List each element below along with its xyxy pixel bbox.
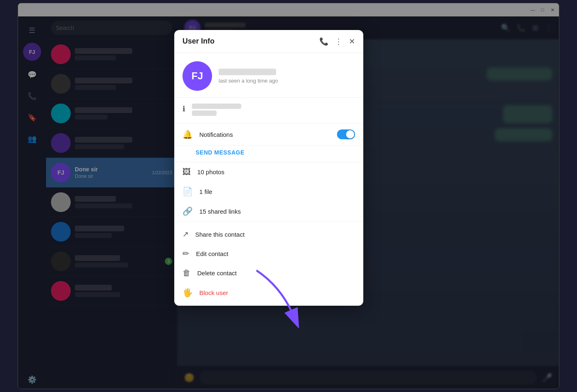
photos-label: 10 photos [197, 168, 224, 175]
links-label: 15 shared links [199, 208, 241, 215]
edit-icon: ✏ [182, 249, 189, 258]
app-window: — □ ✕ ☰ FJ 💬 📞 🔖 [18, 3, 559, 389]
notifications-toggle[interactable] [337, 129, 355, 139]
edit-contact-row[interactable]: ✏ Edit contact [174, 244, 363, 263]
delete-icon: 🗑 [182, 268, 191, 278]
info-icon: ℹ [182, 104, 185, 113]
info-row: ℹ [174, 98, 363, 124]
media-section: 🖼 10 photos 📄 1 file 🔗 15 shared links [174, 162, 363, 221]
send-message-section: SEND MESSAGE [174, 145, 363, 162]
phone-button[interactable]: 📞 [319, 37, 328, 46]
close-modal-button[interactable]: ✕ [349, 37, 355, 46]
bell-icon: 🔔 [182, 129, 193, 139]
share-contact-row[interactable]: ↗ Share this contact [174, 225, 363, 244]
files-icon: 📄 [182, 187, 193, 196]
delete-contact-row[interactable]: 🗑 Delete contact [174, 263, 363, 283]
modal-title: User Info [182, 37, 319, 46]
notifications-label: Notifications [199, 131, 330, 138]
files-row[interactable]: 📄 1 file [174, 182, 363, 201]
send-message-button[interactable]: SEND MESSAGE [196, 149, 245, 156]
user-status: last seen a long time ago [219, 78, 355, 84]
info-line-2 [192, 111, 217, 116]
actions-section: ↗ Share this contact ✏ Edit contact 🗑 De… [174, 221, 363, 306]
user-info-section: FJ last seen a long time ago [174, 53, 363, 98]
notifications-row: 🔔 Notifications [174, 124, 363, 145]
more-options-button[interactable]: ⋮ [335, 37, 342, 46]
share-contact-label: Share this contact [195, 231, 245, 238]
modal-header-actions: 📞 ⋮ ✕ [319, 37, 355, 46]
share-icon: ↗ [182, 230, 189, 239]
links-row[interactable]: 🔗 15 shared links [174, 201, 363, 221]
user-avatar-large: FJ [182, 61, 212, 91]
info-line-1 [192, 104, 241, 109]
toggle-knob [346, 130, 354, 138]
info-content [192, 104, 355, 118]
links-icon: 🔗 [182, 206, 193, 216]
edit-contact-label: Edit contact [196, 250, 228, 257]
user-details: last seen a long time ago [219, 69, 355, 84]
user-info-modal: User Info 📞 ⋮ ✕ FJ last seen a long time… [174, 30, 363, 306]
photos-row[interactable]: 🖼 10 photos [174, 162, 363, 182]
block-user-row[interactable]: 🖐 Block user [174, 283, 363, 302]
photos-icon: 🖼 [182, 167, 191, 177]
delete-contact-label: Delete contact [197, 270, 237, 277]
block-user-label: Block user [199, 289, 228, 296]
files-label: 1 file [199, 188, 212, 195]
user-name [219, 69, 276, 75]
block-icon: 🖐 [182, 288, 193, 297]
modal-header: User Info 📞 ⋮ ✕ [174, 30, 363, 53]
